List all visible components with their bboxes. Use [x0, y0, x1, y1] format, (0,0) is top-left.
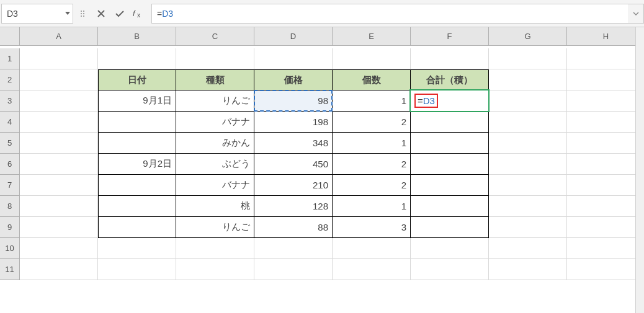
cell-C7[interactable]: バナナ — [176, 175, 254, 196]
cell-E9[interactable]: 3 — [333, 217, 411, 238]
cell-D1[interactable] — [254, 48, 333, 69]
cell-D4[interactable]: 198 — [254, 112, 333, 133]
select-all-corner[interactable] — [0, 27, 20, 46]
column-header-A[interactable]: A — [20, 27, 98, 46]
cell-C5[interactable]: みかん — [176, 133, 254, 154]
column-header-B[interactable]: B — [98, 27, 176, 46]
cell-B10[interactable] — [98, 238, 176, 259]
column-header-D[interactable]: D — [254, 27, 333, 46]
cell-D2[interactable]: 価格 — [254, 69, 333, 90]
cell-G2[interactable] — [489, 69, 567, 90]
cell-B2[interactable]: 日付 — [98, 69, 176, 90]
column-header-G[interactable]: G — [489, 27, 567, 46]
cell-E4[interactable]: 2 — [333, 112, 411, 133]
cell-G5[interactable] — [489, 133, 567, 154]
cell-D6[interactable]: 450 — [254, 154, 333, 175]
cell-B4[interactable] — [98, 112, 176, 133]
cell-H11[interactable] — [567, 259, 644, 280]
cell-H4[interactable] — [567, 112, 644, 133]
cell-B1[interactable] — [98, 48, 176, 69]
cell-F5[interactable] — [411, 133, 489, 154]
cell-A1[interactable] — [20, 48, 98, 69]
cell-C11[interactable] — [176, 259, 254, 280]
cell-A8[interactable] — [20, 196, 98, 217]
cell-F7[interactable] — [411, 175, 489, 196]
cell-C10[interactable] — [176, 238, 254, 259]
cell-E5[interactable]: 1 — [333, 133, 411, 154]
cell-H9[interactable] — [567, 217, 644, 238]
cell-H10[interactable] — [567, 238, 644, 259]
row-header-2[interactable]: 2 — [0, 69, 20, 90]
enter-button[interactable] — [110, 4, 129, 24]
cell-A9[interactable] — [20, 217, 98, 238]
row-header-5[interactable]: 5 — [0, 133, 20, 154]
cell-F8[interactable] — [411, 196, 489, 217]
formula-bar-expand-button[interactable] — [628, 4, 644, 24]
cell-A3[interactable] — [20, 90, 98, 112]
cell-B6[interactable]: 9月2日 — [98, 154, 176, 175]
cell-C4[interactable]: バナナ — [176, 112, 254, 133]
cell-G8[interactable] — [489, 196, 567, 217]
cell-G9[interactable] — [489, 217, 567, 238]
cell-C2[interactable]: 種類 — [176, 69, 254, 90]
row-header-10[interactable]: 10 — [0, 238, 20, 259]
cell-D9[interactable]: 88 — [254, 217, 333, 238]
insert-function-button[interactable]: f x — [129, 4, 148, 24]
cell-A7[interactable] — [20, 175, 98, 196]
name-box[interactable]: D3 — [1, 4, 73, 24]
cell-E11[interactable] — [333, 259, 411, 280]
cell-E8[interactable]: 1 — [333, 196, 411, 217]
cell-D5[interactable]: 348 — [254, 133, 333, 154]
cell-A11[interactable] — [20, 259, 98, 280]
cell-H5[interactable] — [567, 133, 644, 154]
cell-D3[interactable]: 98 — [254, 90, 333, 112]
row-header-8[interactable]: 8 — [0, 196, 20, 217]
cell-C3[interactable]: りんご — [176, 90, 254, 112]
cell-B7[interactable] — [98, 175, 176, 196]
row-header-4[interactable]: 4 — [0, 112, 20, 133]
cell-F11[interactable] — [411, 259, 489, 280]
cell-A6[interactable] — [20, 154, 98, 175]
cell-F9[interactable] — [411, 217, 489, 238]
cell-F1[interactable] — [411, 48, 489, 69]
column-header-H[interactable]: H — [567, 27, 644, 46]
cell-D7[interactable]: 210 — [254, 175, 333, 196]
cell-H2[interactable] — [567, 69, 644, 90]
cell-G1[interactable] — [489, 48, 567, 69]
cell-C6[interactable]: ぶどう — [176, 154, 254, 175]
cell-B11[interactable] — [98, 259, 176, 280]
row-header-3[interactable]: 3 — [0, 90, 20, 112]
cell-H3[interactable] — [567, 90, 644, 112]
cancel-button[interactable] — [92, 4, 110, 24]
cell-H7[interactable] — [567, 175, 644, 196]
cell-B9[interactable] — [98, 217, 176, 238]
row-header-1[interactable]: 1 — [0, 48, 20, 69]
cell-B3[interactable]: 9月1日 — [98, 90, 176, 112]
cell-E10[interactable] — [333, 238, 411, 259]
cell-C8[interactable]: 桃 — [176, 196, 254, 217]
formula-input[interactable]: =D3 — [151, 4, 628, 24]
cell-H8[interactable] — [567, 196, 644, 217]
cell-E6[interactable]: 2 — [333, 154, 411, 175]
cell-E3[interactable]: 1 — [333, 90, 411, 112]
column-header-C[interactable]: C — [176, 27, 254, 46]
cell-G4[interactable] — [489, 112, 567, 133]
cell-G11[interactable] — [489, 259, 567, 280]
row-header-6[interactable]: 6 — [0, 154, 20, 175]
cell-G3[interactable] — [489, 90, 567, 112]
vertical-scrollbar[interactable] — [635, 27, 644, 313]
cell-G7[interactable] — [489, 175, 567, 196]
cell-H1[interactable] — [567, 48, 644, 69]
row-header-7[interactable]: 7 — [0, 175, 20, 196]
cell-A4[interactable] — [20, 112, 98, 133]
cell-D11[interactable] — [254, 259, 333, 280]
name-box-dropdown-icon[interactable] — [65, 12, 70, 15]
cell-B8[interactable] — [98, 196, 176, 217]
cell-E1[interactable] — [333, 48, 411, 69]
cell-G6[interactable] — [489, 154, 567, 175]
cell-F3[interactable]: =D3 — [411, 90, 489, 112]
cell-D10[interactable] — [254, 238, 333, 259]
cell-E7[interactable]: 2 — [333, 175, 411, 196]
cell-A10[interactable] — [20, 238, 98, 259]
cell-C9[interactable]: りんご — [176, 217, 254, 238]
